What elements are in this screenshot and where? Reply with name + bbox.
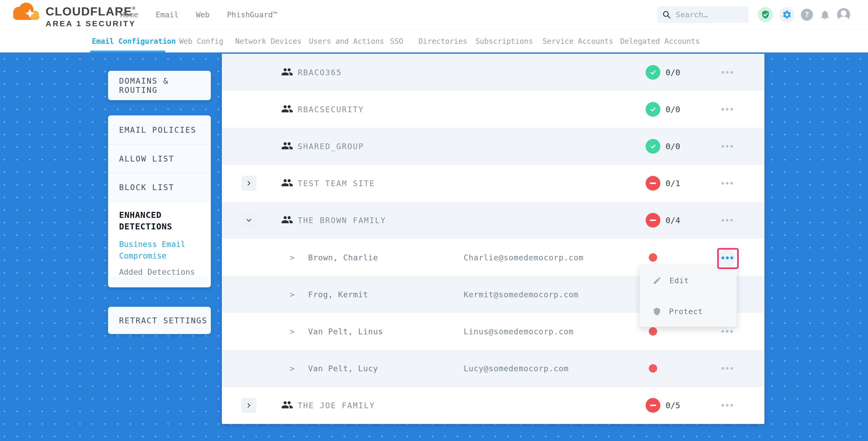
group-name: SHARED_GROUP: [298, 142, 364, 151]
menu-item-edit[interactable]: Edit: [640, 265, 737, 296]
status-badge-blocked: [646, 398, 660, 413]
nav-web[interactable]: Web: [196, 10, 210, 19]
row-actions-button[interactable]: [721, 367, 733, 370]
chevron-down-icon: [245, 217, 252, 224]
group-people-icon: [281, 399, 293, 412]
alert-dot: [649, 364, 657, 373]
member-chevron-icon[interactable]: [290, 290, 294, 299]
status-badge-ok: [646, 102, 660, 117]
chevron-right-icon: [245, 180, 252, 187]
table-row-group: RBACSECURITY 0/0: [222, 91, 765, 128]
search-box[interactable]: [657, 6, 749, 23]
row-actions-button[interactable]: [721, 330, 733, 333]
expand-group-button[interactable]: [241, 398, 256, 413]
sidebar-section-enhanced-detections: ENHANCED DETECTIONS Business Email Compr…: [108, 202, 211, 277]
row-actions-button[interactable]: [721, 108, 733, 111]
tab-web-config[interactable]: Web Config: [179, 30, 223, 53]
table-row-member: Van Pelt, Lucy Lucy@somedemocorp.com: [222, 350, 765, 387]
protection-count: 0/1: [665, 179, 680, 188]
member-name: Van Pelt, Linus: [308, 327, 383, 336]
sidebar-card-retract-settings[interactable]: RETRACT SETTINGS: [108, 307, 211, 334]
status-badge-blocked: [646, 176, 660, 191]
group-name: THE JOE FAMILY: [298, 401, 375, 410]
member-chevron-icon[interactable]: [290, 253, 294, 262]
search-icon: [662, 10, 671, 19]
tab-network-devices[interactable]: Network Devices: [235, 30, 302, 53]
sidebar-item-allow-list[interactable]: ALLOW LIST: [108, 145, 211, 173]
alert-dot: [649, 327, 657, 336]
table-row-group: RBACO365 0/0: [222, 54, 765, 91]
minus-icon: [650, 405, 656, 406]
row-actions-button[interactable]: [721, 404, 733, 407]
row-actions-button[interactable]: [721, 219, 733, 222]
collapse-group-button[interactable]: [241, 213, 256, 228]
top-header: CLOUDFLARE® AREA 1 SECURITY Home Email W…: [0, 0, 868, 29]
sidebar-card-domains-routing[interactable]: DOMAINS & ROUTING: [108, 71, 211, 100]
tab-service-accounts[interactable]: Service Accounts: [542, 30, 613, 53]
table-row-group: SHARED_GROUP 0/0: [222, 128, 765, 165]
sidebar-item-domains-routing[interactable]: DOMAINS & ROUTING: [108, 76, 211, 95]
row-actions-button[interactable]: [721, 145, 733, 148]
table-row-member: Brown, Charlie Charlie@somedemocorp.com …: [222, 239, 765, 276]
sidebar-item-added-detections[interactable]: Added Detections: [119, 267, 211, 277]
sidebar-item-enhanced-detections[interactable]: ENHANCED DETECTIONS: [119, 209, 211, 232]
group-name: RBACSECURITY: [298, 105, 364, 114]
status-badge-ok: [646, 65, 660, 80]
member-email: Kermit@somedemocorp.com: [464, 290, 579, 299]
content-area: DOMAINS & ROUTING EMAIL POLICIES ALLOW L…: [0, 53, 868, 441]
protection-count: 0/5: [665, 401, 680, 410]
account-avatar-icon[interactable]: [837, 8, 850, 21]
tab-subscriptions[interactable]: Subscriptions: [475, 30, 533, 53]
header-icons: ?: [758, 0, 850, 29]
tab-sso[interactable]: SSO: [390, 30, 403, 53]
minus-icon: [650, 219, 656, 221]
tab-directories[interactable]: Directories: [418, 30, 467, 53]
help-icon[interactable]: ?: [801, 9, 813, 21]
tab-users-and-actions[interactable]: Users and Actions: [309, 30, 384, 53]
nav-home[interactable]: Home: [120, 10, 138, 19]
sidebar-item-retract-settings[interactable]: RETRACT SETTINGS: [108, 316, 208, 325]
member-name: Frog, Kermit: [308, 290, 368, 299]
top-nav: Home Email Web PhishGuard™: [120, 0, 277, 29]
group-people-icon: [281, 177, 293, 190]
notifications-bell-icon[interactable]: [819, 9, 831, 21]
group-people-icon: [281, 214, 293, 227]
shield-check-icon[interactable]: [758, 7, 773, 22]
sidebar-item-block-list[interactable]: BLOCK LIST: [108, 173, 211, 202]
settings-gear-icon[interactable]: [779, 7, 795, 22]
row-actions-button-active[interactable]: [719, 249, 736, 266]
member-name: Brown, Charlie: [308, 253, 378, 262]
nav-email[interactable]: Email: [156, 10, 179, 19]
member-email: Charlie@somedemocorp.com: [464, 253, 584, 262]
member-chevron-icon[interactable]: [290, 364, 294, 373]
row-actions-button[interactable]: [721, 182, 733, 185]
sidebar-item-business-email-compromise[interactable]: Business Email Compromise: [119, 239, 211, 262]
search-input[interactable]: [675, 10, 738, 20]
group-people-icon: [281, 66, 293, 79]
expand-group-button[interactable]: [241, 176, 256, 191]
nav-phishguard[interactable]: PhishGuard™: [227, 10, 277, 19]
protect-shield-icon: [653, 307, 661, 316]
member-email: Linus@somedemocorp.com: [464, 327, 574, 336]
table-row-group: THE JOE FAMILY 0/5: [222, 387, 765, 424]
protection-count: 0/0: [665, 141, 680, 151]
tab-delegated-accounts[interactable]: Delegated Accounts: [620, 30, 700, 53]
groups-table: RBACO365 0/0 RBACSECURITY 0/0: [222, 54, 765, 424]
member-chevron-icon[interactable]: [290, 327, 294, 336]
active-tab-underline: [90, 51, 165, 53]
tab-email-configuration[interactable]: Email Configuration: [92, 30, 176, 53]
cloudflare-logo: CLOUDFLARE® AREA 1 SECURITY: [10, 2, 136, 29]
alert-dot: [649, 253, 657, 262]
member-email: Lucy@somedemocorp.com: [464, 364, 568, 373]
sidebar-item-email-policies[interactable]: EMAIL POLICIES: [108, 115, 211, 145]
protection-count: 0/0: [665, 68, 680, 77]
table-row-group: TEST TEAM SITE 0/1: [222, 165, 765, 202]
group-name: TEST TEAM SITE: [298, 179, 375, 188]
sidebar-card-email-policies: EMAIL POLICIES ALLOW LIST BLOCK LIST ENH…: [108, 115, 211, 287]
group-people-icon: [281, 103, 293, 116]
row-actions-button[interactable]: [721, 71, 733, 74]
status-badge-blocked: [646, 213, 660, 228]
area1-security-app: CLOUDFLARE® AREA 1 SECURITY Home Email W…: [0, 0, 868, 441]
menu-item-protect[interactable]: Protect: [640, 296, 737, 327]
cloudflare-cloud-icon: [10, 2, 42, 26]
